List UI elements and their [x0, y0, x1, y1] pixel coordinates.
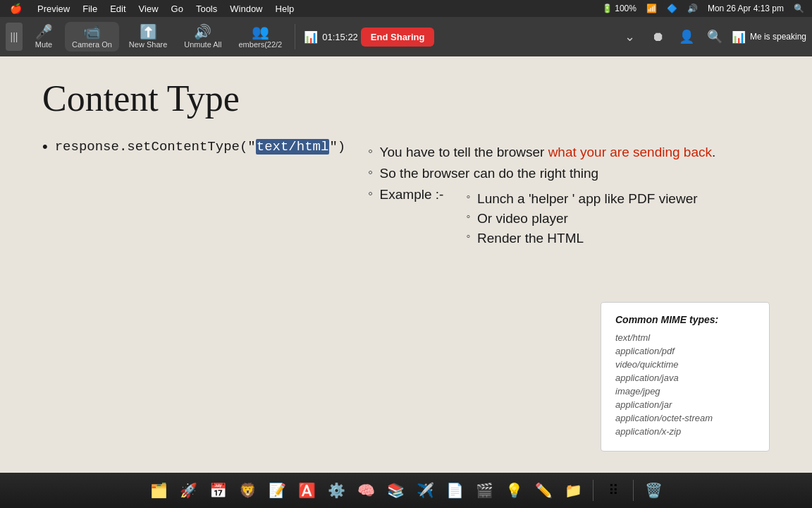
menubar: 🍎 Preview File Edit View Go Tools Window…: [0, 0, 812, 17]
dock-word[interactable]: 📄: [442, 478, 467, 503]
unmute-all-label: Unmute All: [184, 40, 221, 49]
dock-appstore[interactable]: 🅰️: [294, 478, 319, 503]
dock-launchpad[interactable]: 🚀: [176, 478, 201, 503]
battery-indicator: 🔋 100%: [600, 4, 639, 13]
sub-sub-bullet-video: Or video player: [466, 211, 697, 226]
dock-sketch[interactable]: ✏️: [531, 478, 556, 503]
share-icon: ⬆️: [140, 25, 157, 39]
mime-list: text/html application/pdf video/quicktim…: [615, 332, 755, 437]
sub-bullet-list: You have to tell the browser what your a…: [368, 145, 715, 256]
mime-item-5: application/jar: [615, 399, 755, 410]
new-share-button[interactable]: ⬆️ New Share: [122, 22, 174, 52]
mute-icon: 🎤: [35, 25, 53, 39]
sub-bullet-text-2: So the browser can do the right thing: [380, 166, 599, 181]
menubar-right: 🔋 100% 📶 🔷 🔊 Mon 26 Apr 4:13 pm 🔍: [600, 4, 806, 13]
toolbar-divider: [295, 24, 295, 49]
dock-finder2[interactable]: 📁: [560, 478, 586, 503]
zoom-search-icon[interactable]: 🔍: [703, 25, 726, 48]
audio-bars-icon: 📊: [732, 30, 746, 44]
meeting-toolbar: ||| 🎤 Mute 📹 Camera On ⬆️ New Share 🔊 Un…: [0, 17, 812, 56]
sub-sub-text-1: Lunch a 'helper ' app like PDF viewer: [477, 191, 697, 207]
toolbar-right-icons: ⌄ ⏺ 👤 🔍 📊 Me is speaking: [619, 25, 806, 48]
bullet-item-code: response.setContentType("text/html") You…: [42, 139, 770, 256]
dock-divider-2: [633, 480, 634, 501]
dock: 🗂️ 🚀 📅 🦁 📝 🅰️ ⚙️ 🧠 📚 ✈️ 📄 🎬 💡 ✏️ 📁 ⠿ 🗑️: [0, 473, 812, 508]
sub-bullet-example: Example :- Lunch a 'helper ' app like PD…: [368, 187, 715, 250]
code-text: response.setContentType("text/html"): [55, 139, 345, 155]
dock-finder[interactable]: 🗂️: [146, 478, 171, 503]
slide-title: Content Type: [42, 78, 770, 119]
dock-brave[interactable]: 🦁: [235, 478, 260, 503]
mime-box-title: Common MIME types:: [615, 314, 755, 325]
end-sharing-button[interactable]: End Sharing: [361, 28, 435, 47]
dock-intellij[interactable]: 💡: [501, 478, 527, 503]
members-button[interactable]: 👥 embers(22/2: [231, 22, 289, 52]
mime-types-box: Common MIME types: text/html application…: [601, 302, 770, 452]
wifi-icon: 📶: [644, 4, 659, 13]
sub-text-highlight-red: what your are sending back: [548, 145, 712, 159]
mime-item-7: application/x-zip: [615, 426, 755, 437]
mime-item-4: image/jpeg: [615, 386, 755, 397]
sub-text-end: .: [712, 145, 715, 159]
unmute-all-button[interactable]: 🔊 Unmute All: [177, 22, 228, 52]
bluetooth-icon: 🔷: [665, 4, 679, 13]
chevron-down-icon[interactable]: ⌄: [619, 25, 641, 48]
sub-bullet-text-1: You have to tell the browser what your a…: [380, 145, 716, 160]
members-icon: 👥: [252, 25, 269, 39]
dock-more[interactable]: ⠿: [601, 478, 626, 503]
sub-sub-text-3: Render the HTML: [477, 231, 584, 246]
mime-item-3: application/java: [615, 373, 755, 383]
timer-icon: 📊: [304, 30, 318, 44]
menu-window[interactable]: Window: [224, 2, 268, 16]
search-icon[interactable]: 🔍: [792, 4, 806, 13]
sub-bullet-text-3: Example :-: [380, 187, 444, 202]
slide-content: Content Type response.setContentType("te…: [0, 56, 812, 473]
menu-tools[interactable]: Tools: [190, 2, 223, 16]
speaking-label: Me is speaking: [750, 32, 806, 42]
mute-button[interactable]: 🎤 Mute: [25, 22, 62, 52]
sub-sub-bullet-html: Render the HTML: [466, 231, 697, 246]
dock-calendar[interactable]: 📅: [205, 478, 230, 503]
volume-icon: 🔊: [685, 4, 700, 13]
mime-item-0: text/html: [615, 332, 755, 343]
mute-label: Mute: [35, 40, 52, 49]
code-plain-start: response.setContentType(": [55, 139, 256, 155]
sub-text-plain: You have to tell the browser: [380, 145, 548, 159]
dock-trash[interactable]: 🗑️: [641, 478, 666, 503]
sub-bullet-browser-tell: You have to tell the browser what your a…: [368, 145, 715, 160]
menu-edit[interactable]: Edit: [104, 2, 131, 16]
datetime: Mon 26 Apr 4:13 pm: [706, 4, 786, 13]
menu-help[interactable]: Help: [270, 2, 300, 16]
mime-item-6: application/octet-stream: [615, 413, 755, 423]
profile-icon[interactable]: 👤: [675, 25, 698, 48]
timer-area: 📊 01:15:22: [304, 30, 358, 44]
mime-item-1: application/pdf: [615, 346, 755, 356]
dock-divider: [593, 480, 593, 501]
collapse-button[interactable]: |||: [6, 23, 23, 51]
speaking-indicator: 📊 Me is speaking: [732, 30, 806, 44]
dock-telegram[interactable]: ✈️: [412, 478, 438, 503]
apple-menu[interactable]: 🍎: [6, 3, 26, 14]
new-share-label: New Share: [129, 40, 167, 49]
dock-notes[interactable]: 📝: [264, 478, 290, 503]
dock-preferences[interactable]: ⚙️: [324, 478, 349, 503]
sub-sub-text-2: Or video player: [477, 211, 568, 226]
menu-file[interactable]: File: [77, 2, 103, 16]
recording-icon[interactable]: ⏺: [647, 25, 670, 48]
dock-mindnode[interactable]: 🧠: [353, 478, 379, 503]
sub-sub-bullet-list: Lunch a 'helper ' app like PDF viewer Or…: [466, 191, 697, 250]
unmute-all-icon: 🔊: [194, 25, 211, 39]
sub-sub-bullet-pdf: Lunch a 'helper ' app like PDF viewer: [466, 191, 697, 207]
camera-icon: 📹: [83, 25, 101, 39]
timer-display: 01:15:22: [322, 32, 358, 42]
dock-screenflow[interactable]: 🎬: [472, 478, 497, 503]
code-selected-text: text/html: [256, 139, 330, 155]
dock-books[interactable]: 📚: [383, 478, 408, 503]
mime-item-2: video/quicktime: [615, 359, 755, 370]
camera-button[interactable]: 📹 Camera On: [65, 22, 119, 52]
menu-go[interactable]: Go: [166, 2, 189, 16]
menu-view[interactable]: View: [133, 2, 164, 16]
menu-preview[interactable]: Preview: [32, 2, 75, 16]
code-plain-end: "): [329, 139, 345, 155]
main-bullet-list: response.setContentType("text/html") You…: [42, 139, 770, 263]
